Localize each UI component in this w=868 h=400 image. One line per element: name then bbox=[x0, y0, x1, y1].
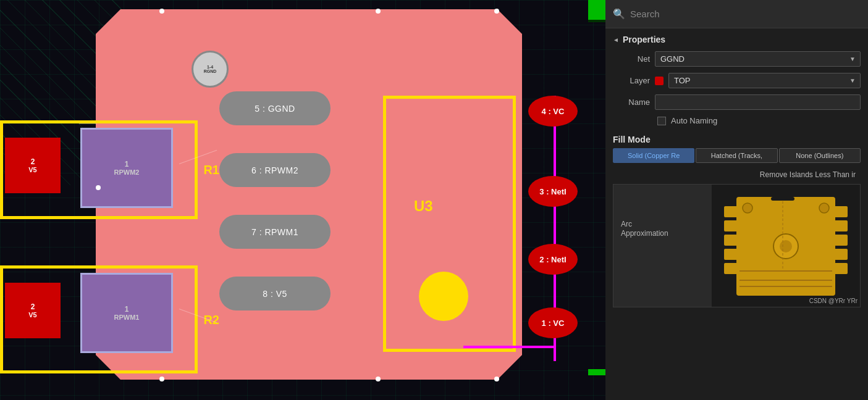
rpad-1-inner: 1 : VC bbox=[542, 319, 565, 328]
pcb-preview-svg bbox=[712, 185, 860, 307]
pin-pad-6: 6 : RPWM2 bbox=[219, 153, 331, 187]
fill-btn-solid[interactable]: Solid (Copper Re bbox=[613, 148, 694, 163]
r2-component: 2 V5 1 RPWM1 R2 bbox=[0, 265, 198, 373]
svg-rect-2 bbox=[724, 206, 739, 217]
layer-select-wrap[interactable]: TOP bbox=[668, 73, 861, 88]
net-label: Net bbox=[613, 54, 650, 64]
pin-6-label: 6 : RPWM2 bbox=[251, 165, 298, 175]
svg-rect-6 bbox=[724, 263, 739, 274]
auto-naming-row: Auto Naming bbox=[610, 113, 863, 128]
svg-rect-11 bbox=[832, 263, 848, 274]
arc-approximation-label: ArcApproximation bbox=[621, 220, 668, 239]
fill-mode-header: Fill Mode bbox=[610, 128, 863, 148]
svg-rect-9 bbox=[832, 235, 848, 246]
magenta-wire-horizontal bbox=[463, 346, 556, 348]
properties-section: ◄ Properties Net GGND Layer TOP Name bbox=[605, 28, 868, 400]
svg-rect-20 bbox=[771, 197, 794, 201]
r2-pad-left: 2 V5 bbox=[5, 283, 61, 338]
properties-title: Properties bbox=[623, 35, 665, 44]
green-bar-mid bbox=[588, 20, 605, 22]
collapse-arrow-icon[interactable]: ◄ bbox=[613, 36, 619, 43]
r1-right-net: RPWM2 bbox=[114, 169, 140, 176]
layer-label: Layer bbox=[613, 76, 650, 85]
net-select-wrap[interactable]: GGND bbox=[655, 51, 861, 67]
r2-left-net: V5 bbox=[28, 311, 36, 319]
auto-naming-label: Auto Naming bbox=[671, 116, 717, 125]
sel-dot-6 bbox=[376, 377, 381, 381]
sel-dot-2 bbox=[376, 9, 381, 14]
layer-color-swatch bbox=[655, 77, 664, 85]
circular-component: 1-4 RGND bbox=[192, 51, 229, 88]
sel-corner-1 bbox=[79, 123, 96, 124]
right-pad-1: 1 : VC bbox=[528, 307, 578, 338]
svg-point-15 bbox=[819, 203, 829, 213]
pin-7-label: 7 : RPWM1 bbox=[251, 227, 298, 237]
search-bar: 🔍 bbox=[605, 0, 868, 28]
search-input[interactable] bbox=[630, 9, 861, 19]
r1-right-content: 1 RPWM2 bbox=[114, 160, 140, 176]
r2-pad-right: 1 RPWM1 bbox=[80, 273, 173, 353]
sel-dot-7 bbox=[494, 377, 499, 381]
svg-rect-7 bbox=[832, 206, 848, 217]
svg-rect-10 bbox=[832, 249, 848, 260]
search-icon: 🔍 bbox=[613, 8, 625, 20]
fill-mode-buttons: Solid (Copper Re Hatched (Tracks, None (… bbox=[610, 148, 863, 163]
fill-btn-none[interactable]: None (Outlines) bbox=[779, 148, 861, 163]
r2-label: R2 bbox=[203, 312, 219, 327]
net-row: Net GGND bbox=[610, 48, 863, 70]
name-input[interactable] bbox=[655, 94, 861, 110]
properties-header: ◄ Properties bbox=[610, 28, 863, 48]
fill-btn-none-label: None (Outlines) bbox=[796, 152, 843, 159]
r1-left-pin: 2 bbox=[31, 157, 35, 166]
layer-row: Layer TOP bbox=[610, 70, 863, 91]
right-pad-3: 3 : NetI bbox=[528, 176, 578, 207]
r1-left-net: V5 bbox=[28, 166, 36, 173]
svg-rect-4 bbox=[724, 235, 739, 246]
rpad-4-inner: 4 : VC bbox=[542, 107, 565, 116]
layer-select[interactable]: TOP bbox=[668, 73, 861, 88]
name-label: Name bbox=[613, 98, 650, 107]
rpad-3-inner: 3 : NetI bbox=[539, 187, 566, 196]
pin-pad-5: 5 : GGND bbox=[219, 91, 331, 125]
r1-pad-right: 1 RPWM2 bbox=[80, 128, 173, 208]
r1-label: R1 bbox=[203, 163, 219, 177]
svg-rect-3 bbox=[724, 220, 739, 231]
sel-dot-1 bbox=[159, 9, 164, 14]
r2-right-net: RPWM1 bbox=[114, 314, 140, 321]
fill-btn-hatched-label: Hatched (Tracks, bbox=[711, 152, 762, 159]
svg-point-13 bbox=[780, 240, 792, 252]
pin-5-label: 5 : GGND bbox=[255, 104, 295, 114]
net-select[interactable]: GGND bbox=[655, 51, 861, 67]
svg-point-14 bbox=[743, 203, 752, 213]
r1-right-pin: 1 bbox=[114, 160, 140, 169]
svg-rect-8 bbox=[832, 220, 848, 231]
remove-islands-label: Remove Islands Less Than ir bbox=[613, 170, 861, 179]
circular-line2: RGND bbox=[204, 69, 217, 73]
right-pad-4: 4 : VC bbox=[528, 96, 578, 127]
fill-btn-solid-label: Solid (Copper Re bbox=[628, 152, 680, 159]
right-panel: 🔍 ◄ Properties Net GGND Layer TOP bbox=[605, 0, 868, 400]
watermark-text: CSDN @YRr YRr bbox=[809, 298, 857, 304]
auto-naming-checkbox[interactable] bbox=[657, 117, 666, 125]
right-pad-2: 2 : NetI bbox=[528, 244, 578, 275]
sel-dot-3 bbox=[494, 9, 499, 14]
sel-dot-4 bbox=[96, 185, 101, 190]
r2-right-content: 1 RPWM1 bbox=[114, 305, 140, 321]
remove-islands-row: Remove Islands Less Than ir bbox=[610, 168, 863, 181]
rpad-2-inner: 2 : NetI bbox=[539, 255, 566, 264]
green-bar-top bbox=[588, 0, 605, 20]
pin-8-label: 8 : V5 bbox=[263, 289, 287, 299]
r1-pad-left: 2 V5 bbox=[5, 138, 61, 193]
pin-pad-8: 8 : V5 bbox=[219, 277, 331, 310]
u3-label: U3 bbox=[414, 198, 433, 215]
sel-dot-5 bbox=[159, 377, 164, 381]
name-row: Name bbox=[610, 91, 863, 113]
r2-right-pin: 1 bbox=[114, 305, 140, 314]
circular-line1: 1-4 bbox=[207, 65, 213, 69]
yellow-circle-pad bbox=[419, 272, 468, 321]
arc-approx-text: ArcApproximation bbox=[621, 220, 668, 238]
r1-component: 2 V5 1 RPWM2 R1 bbox=[0, 120, 198, 219]
fill-btn-hatched[interactable]: Hatched (Tracks, bbox=[696, 148, 777, 163]
pcb-preview-area: ArcApproximation bbox=[613, 184, 861, 307]
pcb-canvas[interactable]: 1-4 RGND 5 : GGND 6 : RPWM2 7 : RPWM1 8 … bbox=[0, 0, 605, 400]
